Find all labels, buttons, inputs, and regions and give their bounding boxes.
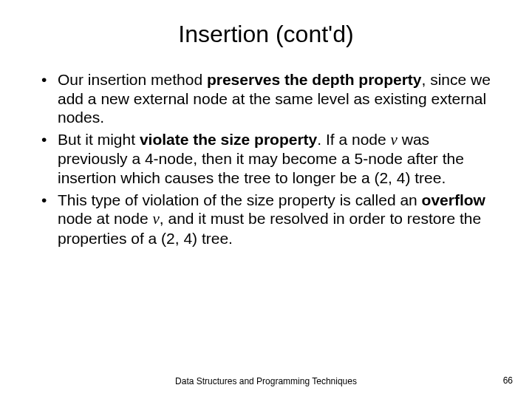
text: . If a node [317, 131, 390, 148]
slide-title: Insertion (cont'd) [37, 21, 495, 48]
text: Our insertion method [58, 71, 207, 88]
bullet-list: Our insertion method preserves the depth… [37, 70, 495, 248]
text: But it might [58, 131, 140, 148]
bold-text: violate the size property [140, 131, 317, 148]
list-item: Our insertion method preserves the depth… [37, 70, 495, 127]
slide: Insertion (cont'd) Our insertion method … [0, 0, 532, 399]
footer-text: Data Structures and Programming Techniqu… [175, 377, 357, 387]
list-item: This type of violation of the size prope… [37, 191, 495, 248]
bold-text: preserves the depth property [207, 71, 422, 88]
math-var: v [152, 210, 159, 228]
bold-text: overflow [422, 191, 485, 208]
footer: Data Structures and Programming Techniqu… [0, 377, 532, 387]
page-number: 66 [503, 375, 513, 386]
list-item: But it might violate the size property. … [37, 130, 495, 188]
text: node at node [58, 210, 152, 227]
text: This type of violation of the size prope… [58, 191, 422, 208]
math-var: v [391, 131, 398, 149]
